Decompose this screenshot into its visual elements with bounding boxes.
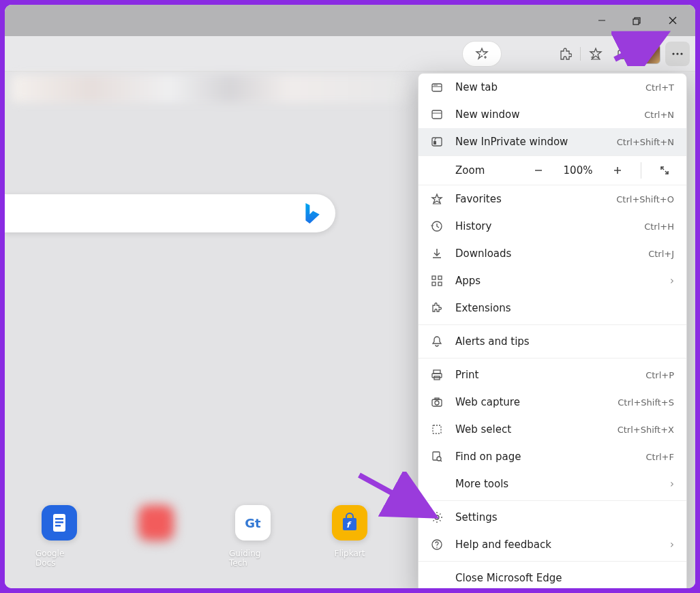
quicklink-label: Guiding Tech [229,549,277,568]
download-icon [429,247,444,260]
svg-rect-19 [55,518,63,520]
menu-separator [419,324,686,325]
title-bar [5,5,695,36]
menu-separator [419,561,686,562]
svg-rect-44 [438,276,442,279]
zoom-out-button[interactable] [525,159,552,181]
toolbar-divider [580,47,581,61]
address-bar-action-button[interactable] [463,42,501,66]
menu-item-new-tab[interactable]: New tab Ctrl+T [419,74,686,101]
svg-rect-48 [432,374,442,378]
menu-item-new-inprivate-window[interactable]: New InPrivate window Ctrl+Shift+N [419,128,686,155]
svg-point-57 [435,515,439,519]
svg-rect-52 [435,398,439,399]
menu-item-history[interactable]: History Ctrl+H [419,213,686,240]
maximize-button[interactable] [622,8,653,33]
gear-icon [429,511,444,523]
browser-window: Google Docs Gt Guiding Tech f Flipkart + [5,5,695,588]
quick-links-row: Google Docs Gt Guiding Tech f Flipkart + [35,505,470,568]
new-tab-icon [429,81,444,93]
collections-icon[interactable] [611,42,635,66]
blurred-top-bar [12,75,407,102]
quicklink-guiding-tech[interactable]: Gt Guiding Tech [229,505,277,568]
svg-rect-20 [55,521,63,523]
svg-point-26 [433,85,435,86]
flipkart-icon: f [332,505,367,541]
inprivate-icon [429,136,444,148]
svg-point-27 [435,85,436,86]
browser-toolbar [5,36,695,72]
menu-item-new-window[interactable]: New window Ctrl+N [419,101,686,128]
menu-item-favorites[interactable]: Favorites Ctrl+Shift+O [419,185,686,213]
bing-icon [304,203,320,224]
close-button[interactable] [657,8,688,33]
settings-menu: New tab Ctrl+T New window Ctrl+N New InP… [418,73,687,588]
chevron-right-icon: › [670,538,674,551]
grid-icon [429,275,444,287]
svg-line-56 [440,460,442,461]
menu-separator [419,358,686,359]
chevron-right-icon: › [670,275,674,287]
svg-rect-45 [432,282,436,286]
favorites-icon[interactable] [583,42,608,66]
svg-point-28 [436,85,438,86]
svg-marker-38 [432,194,442,203]
print-icon [429,369,444,381]
svg-rect-32 [433,141,436,145]
zoom-value: 100% [559,164,597,177]
menu-item-web-select[interactable]: Web select Ctrl+Shift+X [419,416,686,443]
menu-separator [419,500,686,501]
menu-item-extensions[interactable]: Extensions [419,294,686,322]
chevron-right-icon: › [670,478,674,490]
menu-item-downloads[interactable]: Downloads Ctrl+J [419,240,686,267]
select-icon [429,423,444,436]
quicklink-google-docs[interactable]: Google Docs [35,505,83,568]
extensions-icon[interactable] [553,42,577,66]
capture-icon [429,396,444,408]
menu-item-apps[interactable]: Apps › [419,267,686,294]
svg-rect-53 [433,425,441,434]
history-icon [429,220,444,232]
quicklink-flipkart[interactable]: f Flipkart [326,505,374,558]
star-icon [429,193,444,205]
zoom-in-button[interactable] [604,159,631,181]
menu-item-settings[interactable]: Settings [419,504,686,531]
quicklink-blurred[interactable] [132,505,180,549]
svg-rect-43 [432,276,436,279]
svg-point-16 [676,52,678,55]
svg-rect-46 [438,282,442,286]
quicklink-label: Google Docs [35,549,83,568]
svg-point-59 [436,547,438,548]
zoom-label: Zoom [455,164,518,177]
menu-item-alerts-and-tips[interactable]: Alerts and tips [419,328,686,355]
svg-rect-21 [55,525,61,527]
menu-item-print[interactable]: Print Ctrl+P [419,361,686,389]
new-window-icon [429,108,444,121]
settings-and-more-button[interactable] [665,42,690,66]
svg-rect-2 [633,19,639,25]
menu-zoom-row: Zoom 100% [419,155,686,185]
menu-item-web-capture[interactable]: Web capture Ctrl+Shift+S [419,389,686,416]
help-icon [429,538,444,551]
svg-rect-29 [432,110,442,119]
blurred-tile-icon [138,505,174,541]
svg-point-15 [672,52,674,55]
profile-avatar[interactable] [638,42,663,66]
search-page-icon [429,451,444,463]
puzzle-icon [429,302,444,314]
menu-item-help-and-feedback[interactable]: Help and feedback › [419,531,686,558]
quicklink-label: Flipkart [335,549,365,558]
fullscreen-button[interactable] [651,159,678,181]
gt-icon: Gt [235,505,271,541]
menu-item-find-on-page[interactable]: Find on page Ctrl+F [419,443,686,470]
minimize-button[interactable] [586,8,618,33]
search-bar[interactable] [5,194,335,232]
menu-item-close-edge[interactable]: Close Microsoft Edge [419,564,686,588]
menu-item-more-tools[interactable]: More tools › [419,470,686,498]
svg-rect-47 [433,370,440,374]
svg-point-17 [680,52,682,55]
docs-icon [42,505,77,541]
bell-icon [429,335,444,348]
svg-point-51 [435,401,439,405]
